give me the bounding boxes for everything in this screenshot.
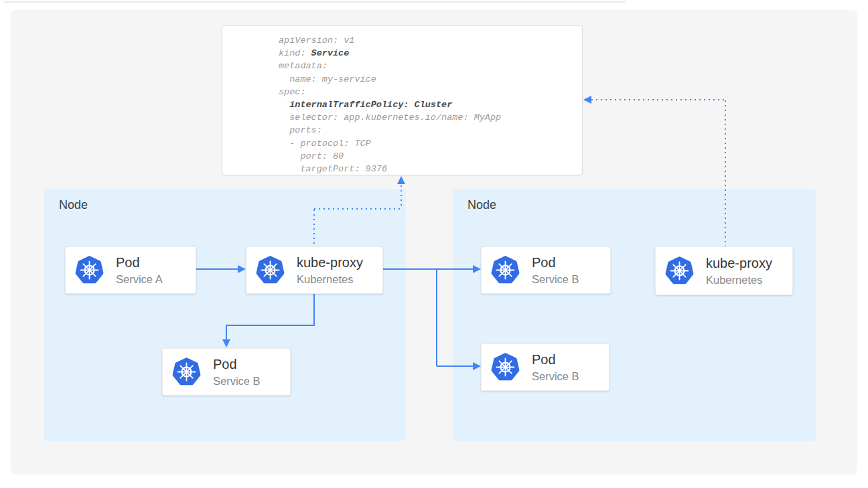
top-divider (4, 1, 626, 3)
arrow-pod-a-to-kube-proxy (196, 268, 238, 270)
card-subtitle: Service B (532, 370, 579, 383)
arrowhead-right-icon (238, 265, 246, 273)
card-title: Pod (532, 351, 579, 368)
node-label: Node (59, 198, 88, 212)
node-box-left: Node (44, 189, 406, 441)
node-label: Node (467, 198, 496, 212)
dotted-kube-proxy-left-across (314, 208, 402, 210)
yaml-line: kind: Service (279, 47, 582, 60)
arrow-kube-proxy-to-pod-b-right-top (383, 268, 473, 270)
yaml-line: spec: (279, 86, 582, 98)
card-pod-service-b-right-top: Pod Service B (481, 246, 611, 294)
card-subtitle: Kubernetes (706, 273, 772, 287)
card-pod-service-a: Pod Service A (65, 246, 196, 294)
card-kube-proxy-right: kube-proxy Kubernetes (655, 246, 793, 295)
kubernetes-icon (490, 255, 520, 285)
dotted-kube-proxy-right-up (725, 100, 726, 246)
arrow-branch-to-pod-b-right-bottom (437, 365, 473, 367)
dotted-kube-proxy-right-across (591, 99, 725, 100)
kubernetes-icon (74, 255, 104, 285)
dotted-kube-proxy-left-to-yaml (401, 185, 402, 208)
arrowhead-right-icon (473, 265, 481, 273)
card-kube-proxy-left: kube-proxy Kubernetes (246, 246, 383, 294)
arrow-kube-proxy-down (313, 294, 315, 325)
card-subtitle: Service A (116, 272, 163, 286)
yaml-line: metadata: (279, 60, 582, 72)
yaml-line: targetPort: 9376 (279, 163, 582, 175)
yaml-line: internalTrafficPolicy: Cluster (279, 98, 582, 111)
arrow-kube-proxy-left-run (226, 325, 315, 326)
card-pod-service-b-left: Pod Service B (162, 348, 291, 396)
arrowhead-up-icon (397, 176, 405, 184)
card-title: kube-proxy (297, 254, 363, 270)
yaml-line: - protocol: TCP (279, 137, 582, 150)
card-subtitle: Service B (213, 374, 261, 388)
dotted-kube-proxy-left-up (313, 210, 315, 246)
arrowhead-right-icon (473, 362, 481, 370)
kubernetes-icon (664, 256, 695, 286)
yaml-line: name: my-service (279, 73, 582, 86)
kubernetes-icon (171, 357, 202, 387)
diagram-stage: apiVersion: v1kind: Servicemetadata: nam… (0, 0, 868, 488)
kubernetes-icon (255, 255, 285, 285)
yaml-line: selector: app.kubernetes.io/name: MyApp (279, 111, 582, 124)
arrowhead-down-icon (222, 339, 230, 347)
yaml-line: apiVersion: v1 (279, 34, 582, 47)
card-title: kube-proxy (706, 255, 772, 271)
card-subtitle: Service B (532, 272, 579, 286)
card-title: Pod (116, 254, 163, 270)
card-title: Pod (213, 356, 261, 372)
kubernetes-icon (490, 352, 520, 382)
card-pod-service-b-right-bottom: Pod Service B (481, 343, 609, 391)
card-subtitle: Kubernetes (297, 272, 363, 286)
arrowhead-left-icon (583, 96, 591, 104)
yaml-line: ports: (279, 124, 582, 137)
yaml-line: port: 80 (279, 150, 582, 163)
node-box-right: Node (453, 189, 816, 441)
card-title: Pod (532, 254, 579, 270)
arrow-branch-vertical (436, 269, 437, 366)
service-yaml-panel: apiVersion: v1kind: Servicemetadata: nam… (222, 25, 583, 175)
arrow-to-pod-b-left (226, 325, 227, 340)
